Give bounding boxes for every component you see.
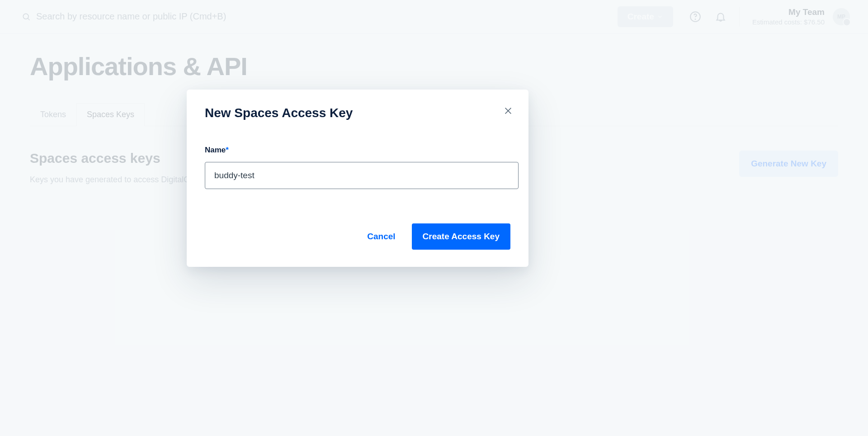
modal-actions: Cancel Create Access Key xyxy=(205,223,510,250)
name-input[interactable] xyxy=(205,162,519,189)
modal-title: New Spaces Access Key xyxy=(205,106,510,120)
create-access-key-button[interactable]: Create Access Key xyxy=(412,223,510,250)
name-field-label: Name* xyxy=(205,146,510,155)
new-spaces-key-modal: New Spaces Access Key Name* Cancel Creat… xyxy=(187,90,528,267)
name-label-text: Name xyxy=(205,146,226,154)
modal-overlay[interactable]: New Spaces Access Key Name* Cancel Creat… xyxy=(0,0,868,436)
required-mark: * xyxy=(226,146,229,154)
close-icon[interactable] xyxy=(503,106,513,116)
cancel-button[interactable]: Cancel xyxy=(367,232,395,242)
